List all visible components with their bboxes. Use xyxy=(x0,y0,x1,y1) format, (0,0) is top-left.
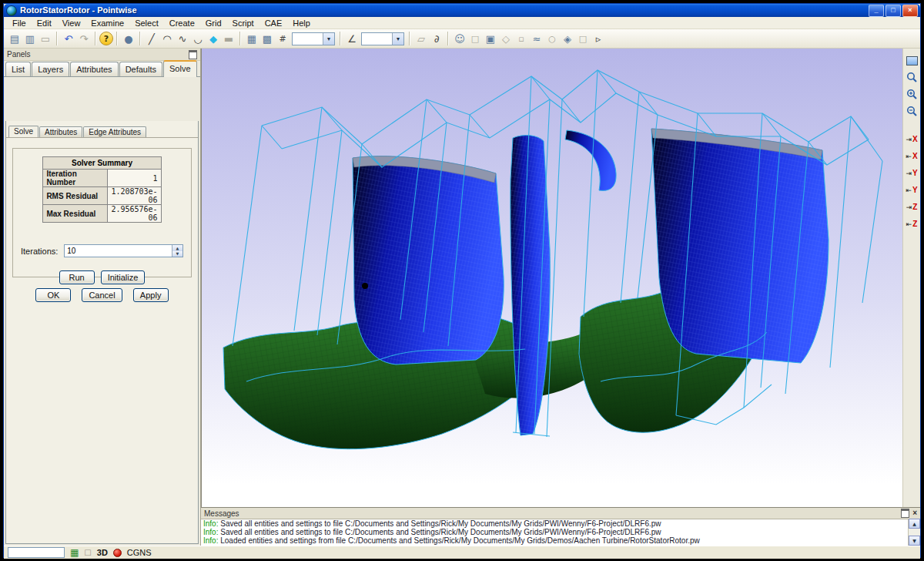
view-minus-z-button[interactable]: ⇤ Z xyxy=(904,217,919,231)
iterations-input[interactable] xyxy=(65,245,172,257)
redo-icon[interactable]: ↷ xyxy=(76,31,92,46)
apply-button[interactable]: Apply xyxy=(133,288,169,302)
status-command-input[interactable] xyxy=(8,547,65,558)
mask-box2-icon[interactable]: ▫ xyxy=(514,31,529,46)
tab-attributes[interactable]: Attributes xyxy=(70,62,118,76)
spline-tool-icon[interactable]: ∿ xyxy=(175,31,190,46)
rms-residual-value: 1.208703e-06 xyxy=(108,187,161,205)
copy-icon[interactable]: ▱ xyxy=(413,31,429,46)
scroll-down-icon[interactable]: ▼ xyxy=(909,536,920,546)
3d-viewport[interactable] xyxy=(201,49,904,507)
close-button[interactable]: × xyxy=(902,5,918,17)
connector-mask-icon[interactable]: ≈ xyxy=(529,31,544,46)
arc-tool-icon[interactable]: ◠ xyxy=(159,31,175,46)
window-title: RotorStatorRotor - Pointwise xyxy=(20,4,869,17)
zoom-in-icon[interactable] xyxy=(905,87,919,102)
tab-layers[interactable]: Layers xyxy=(32,62,69,76)
source-mask-icon[interactable]: ▹ xyxy=(591,31,606,46)
close-icon[interactable]: × xyxy=(912,509,917,517)
subtab-solve[interactable]: Solve xyxy=(8,126,38,137)
minimize-button[interactable]: _ xyxy=(869,5,884,17)
dimension-hash-icon[interactable]: # xyxy=(275,31,290,46)
undo-icon[interactable]: ↶ xyxy=(61,31,76,46)
title-bar[interactable]: RotorStatorRotor - Pointwise _ □ × xyxy=(4,4,920,17)
solve-tab-page: Solve Attributes Edge Attributes Solver … xyxy=(5,121,199,544)
toolbar-separator xyxy=(56,32,58,45)
view-minus-x-button[interactable]: ⇤ X xyxy=(904,149,919,163)
messages-header[interactable]: Messages × xyxy=(201,508,920,519)
entity-status-icon[interactable]: □ xyxy=(84,549,91,556)
dock-float-icon[interactable] xyxy=(189,50,197,59)
curve-tool-icon[interactable]: ◡ xyxy=(190,31,206,46)
menu-file[interactable]: File xyxy=(7,18,32,29)
database-mask-icon[interactable]: ◈ xyxy=(560,31,575,46)
tab-defaults[interactable]: Defaults xyxy=(119,62,162,76)
spacing-mask-icon[interactable]: □ xyxy=(575,31,591,46)
node-mask-icon[interactable]: ○ xyxy=(544,31,560,46)
angle-combo[interactable]: ▾ xyxy=(361,32,404,45)
menu-select[interactable]: Select xyxy=(129,18,164,29)
menu-help[interactable]: Help xyxy=(287,18,316,29)
log-line: Info: Loaded entities and settings from … xyxy=(203,536,909,545)
menu-cae[interactable]: CAE xyxy=(259,18,288,29)
mask-icon[interactable]: ☺ xyxy=(452,31,467,46)
save-icon[interactable]: ▤ xyxy=(7,31,22,46)
grid-status-icon[interactable]: ▦ xyxy=(70,548,79,557)
view-plus-x-button[interactable]: ⇥ X xyxy=(904,132,919,146)
menu-create[interactable]: Create xyxy=(164,18,200,29)
derivative-icon[interactable]: ∂ xyxy=(429,31,444,46)
angle-icon[interactable]: ∠ xyxy=(344,31,360,46)
view-plus-y-button[interactable]: ⇥ Y xyxy=(904,166,919,180)
tab-solve[interactable]: Solve xyxy=(163,60,197,77)
dock-float-icon[interactable] xyxy=(901,509,909,518)
ok-button[interactable]: OK xyxy=(35,288,71,302)
grid-distribute-icon[interactable]: ▩ xyxy=(259,31,275,46)
chevron-down-icon[interactable]: ▾ xyxy=(323,33,334,45)
mask-box-icon[interactable]: □ xyxy=(467,31,483,46)
menu-edit[interactable]: Edit xyxy=(32,18,57,29)
scroll-up-icon[interactable]: ▲ xyxy=(909,519,920,529)
help-icon[interactable]: ? xyxy=(99,32,113,45)
view-minus-y-button[interactable]: ⇤ Y xyxy=(904,183,919,197)
grid-dimension-icon[interactable]: ▦ xyxy=(244,31,259,46)
messages-scrollbar[interactable]: ▲ ▼ xyxy=(908,519,920,546)
subtab-attributes[interactable]: Attributes xyxy=(39,126,82,137)
app-icon xyxy=(6,5,17,16)
save-all-icon[interactable]: ▥ xyxy=(22,31,38,46)
menu-view[interactable]: View xyxy=(57,18,86,29)
menu-bar: File Edit View Examine Select Create Gri… xyxy=(4,17,920,29)
menu-script[interactable]: Script xyxy=(227,18,259,29)
dimension-combo[interactable]: ▾ xyxy=(292,32,335,45)
render-scene xyxy=(202,49,904,507)
axis-arrow-icon: ⇥ xyxy=(906,203,912,211)
tab-list[interactable]: List xyxy=(5,62,31,76)
roller-tool-icon[interactable]: ▬ xyxy=(221,31,236,46)
menu-grid[interactable]: Grid xyxy=(200,18,227,29)
iterations-stepper[interactable]: ▲ ▼ xyxy=(64,244,183,257)
initialize-button[interactable]: Initialize xyxy=(101,270,146,284)
status-bar: ▦ □ 3D CGNS xyxy=(4,546,920,559)
line-tool-icon[interactable]: ╱ xyxy=(144,31,159,46)
surface-tool-icon[interactable]: ◆ xyxy=(206,31,221,46)
cancel-button[interactable]: Cancel xyxy=(82,288,122,302)
menu-examine[interactable]: Examine xyxy=(85,18,129,29)
spin-up-icon[interactable]: ▲ xyxy=(172,245,182,251)
zoom-out-icon[interactable] xyxy=(905,104,919,119)
view-plus-z-button[interactable]: ⇥ Z xyxy=(904,200,919,214)
maximize-button[interactable]: □ xyxy=(886,5,901,17)
run-button[interactable]: Run xyxy=(59,270,95,284)
solver-summary-title: Solver Summary xyxy=(43,157,161,170)
zoom-icon[interactable] xyxy=(905,70,919,85)
fullscreen-icon[interactable] xyxy=(905,53,919,68)
toolbar-separator xyxy=(116,32,118,45)
table-row: RMS Residual 1.208703e-06 xyxy=(43,187,161,205)
block-mask-icon[interactable]: ▣ xyxy=(483,31,498,46)
spin-down-icon[interactable]: ▼ xyxy=(172,251,182,257)
subtab-edge-attributes[interactable]: Edge Attributes xyxy=(83,126,146,137)
domain-mask-icon[interactable]: ◇ xyxy=(498,31,514,46)
print-icon[interactable]: ▭ xyxy=(38,31,53,46)
probe-icon[interactable]: ● xyxy=(121,31,136,46)
chevron-down-icon[interactable]: ▾ xyxy=(392,33,403,45)
panels-header[interactable]: Panels xyxy=(4,49,200,61)
record-icon xyxy=(113,549,122,557)
